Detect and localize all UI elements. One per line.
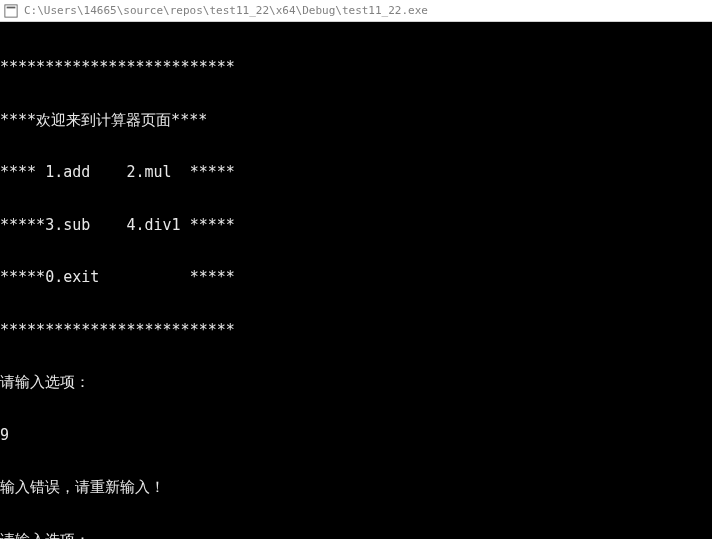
console-output[interactable]: ************************** ****欢迎来到计算器页面… [0,22,712,539]
console-line: 9 [0,427,712,445]
console-line: 请输入选项： [0,532,712,540]
console-line: **** 1.add 2.mul ***** [0,164,712,182]
console-line: ************************** [0,322,712,340]
console-line: 请输入选项： [0,374,712,392]
window-titlebar[interactable]: C:\Users\14665\source\repos\test11_22\x6… [0,0,712,22]
console-line: *****3.sub 4.div1 ***** [0,217,712,235]
console-line: *****0.exit ***** [0,269,712,287]
app-icon [4,4,18,18]
window-title: C:\Users\14665\source\repos\test11_22\x6… [24,4,428,17]
svg-rect-1 [7,6,16,8]
console-line: ************************** [0,59,712,77]
console-line: ****欢迎来到计算器页面**** [0,112,712,130]
console-line: 输入错误，请重新输入！ [0,479,712,497]
